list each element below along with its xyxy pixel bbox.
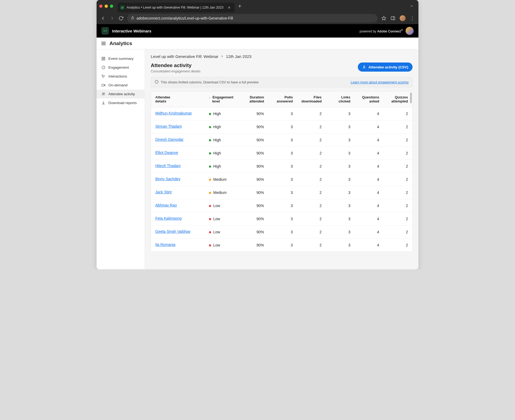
- cell-quizzes: 2: [384, 199, 412, 212]
- cell-polls: 3: [268, 107, 297, 120]
- cell-questions: 4: [355, 199, 383, 212]
- engagement-level: High: [213, 151, 221, 155]
- attendee-table: Attendee details ↓ Engagement level Dura…: [151, 91, 413, 252]
- panel-icon[interactable]: [391, 16, 395, 21]
- powered-by: powered by Adobe Connect®: [360, 27, 414, 35]
- col-links[interactable]: Links clicked: [326, 91, 355, 107]
- engagement-dot-icon: [209, 113, 211, 115]
- more-menu-icon[interactable]: ⋮: [410, 15, 415, 21]
- favicon: [120, 5, 124, 10]
- attendee-link[interactable]: Dinesh Damodar: [155, 137, 183, 142]
- sidebar-item-attendee-activity[interactable]: Attendee activity: [97, 90, 145, 98]
- attendee-link[interactable]: Elliot Dwanye: [155, 150, 178, 155]
- address-bar[interactable]: adobeconnect.com/analytics/Level-up-with…: [127, 14, 378, 23]
- download-icon: [362, 65, 366, 69]
- reload-button[interactable]: [119, 16, 123, 21]
- engagement-level: Low: [213, 204, 220, 208]
- engagement-level: High: [213, 125, 221, 129]
- section-title: Attendee activity: [151, 62, 201, 68]
- cell-quizzes: 2: [384, 160, 412, 173]
- cell-duration: 90%: [240, 239, 268, 252]
- lock-icon: [131, 16, 134, 20]
- attendee-link[interactable]: Abhinav Rao: [155, 203, 177, 207]
- cell-files: 2: [297, 239, 326, 252]
- table-row: Binny SachdevMedium90%32342: [151, 173, 412, 186]
- svg-rect-4: [102, 57, 103, 58]
- cell-quizzes: 2: [384, 226, 412, 239]
- table-row: Elliot DwanyeHigh90%32342: [151, 147, 412, 160]
- attendee-link[interactable]: Ila Romania: [155, 242, 175, 247]
- cell-polls: 3: [268, 147, 297, 160]
- cell-duration: 90%: [240, 160, 268, 173]
- new-tab-button[interactable]: +: [238, 3, 241, 9]
- attendee-link[interactable]: Geeta Singh Vaibhav: [155, 229, 190, 234]
- engagement-level: Medium: [213, 190, 227, 195]
- sidebar-item-engagement[interactable]: Engagement: [97, 63, 145, 72]
- cell-links: 3: [326, 120, 355, 134]
- sort-desc-icon: ↓: [209, 96, 211, 99]
- attendee-link[interactable]: Binny Sachdev: [155, 177, 180, 181]
- engagement-level: Medium: [213, 177, 227, 182]
- col-polls[interactable]: Polls answered: [268, 91, 297, 107]
- svg-rect-5: [104, 57, 105, 58]
- table-row: Abhinav RaoLow90%32342: [151, 199, 412, 212]
- attendee-link[interactable]: Hitesh Thadani: [155, 164, 181, 168]
- cell-questions: 4: [355, 160, 383, 173]
- window-maximize-button[interactable]: [110, 5, 113, 8]
- scrollbar[interactable]: [410, 93, 412, 103]
- cell-questions: 4: [355, 212, 383, 226]
- attendee-link[interactable]: Midhun Krishnakumar: [155, 111, 192, 115]
- cell-questions: 4: [355, 226, 383, 239]
- tabs-overflow-icon[interactable]: [410, 4, 414, 9]
- col-quizzes[interactable]: Quizzes attempted: [384, 91, 412, 107]
- profile-avatar[interactable]: [400, 15, 406, 21]
- attendee-link[interactable]: Jack Stint: [155, 190, 172, 194]
- cell-files: 2: [297, 173, 326, 186]
- download-icon: [101, 101, 106, 105]
- cell-questions: 4: [355, 107, 383, 120]
- close-tab-icon[interactable]: ✕: [228, 6, 231, 10]
- learn-more-link[interactable]: Learn more about engagement scoring: [351, 80, 409, 84]
- menu-toggle-icon[interactable]: [101, 42, 106, 45]
- col-attendee[interactable]: Attendee details: [151, 91, 205, 107]
- attendee-link[interactable]: Feta Kalimpong: [155, 216, 182, 220]
- video-icon: [101, 83, 106, 87]
- cell-duration: 90%: [240, 147, 268, 160]
- svg-point-11: [102, 93, 104, 94]
- col-engagement[interactable]: ↓ Engagement level: [205, 91, 240, 107]
- cell-polls: 3: [268, 199, 297, 212]
- breadcrumb-date: 12th Jan 2023: [226, 54, 251, 59]
- sidebar-item-event-summary[interactable]: Event summary: [97, 54, 145, 63]
- cell-duration: 90%: [240, 107, 268, 120]
- window-minimize-button[interactable]: [105, 5, 108, 8]
- svg-marker-10: [104, 84, 105, 86]
- col-duration[interactable]: Duration attended: [240, 91, 268, 107]
- bookmark-icon[interactable]: [381, 16, 386, 21]
- breadcrumb-event[interactable]: Level up with Generative Fill: Webinar: [151, 54, 218, 59]
- cell-files: 2: [297, 199, 326, 212]
- cell-links: 3: [326, 186, 355, 199]
- back-button[interactable]: [100, 16, 106, 21]
- engagement-dot-icon: [209, 126, 211, 128]
- engagement-dot-icon: [209, 205, 211, 207]
- attendee-link[interactable]: Simran Thadani: [155, 124, 182, 128]
- sidebar-item-interactions[interactable]: Interactions: [97, 72, 145, 81]
- col-questions[interactable]: Questions asked: [355, 91, 383, 107]
- engagement-dot-icon: [209, 152, 211, 154]
- browser-tab[interactable]: Analytics • Level up with Generative Fil…: [117, 3, 234, 12]
- col-files[interactable]: Files downloaded: [297, 91, 326, 107]
- info-icon: [155, 80, 159, 84]
- forward-button[interactable]: [109, 16, 115, 21]
- engagement-level: Low: [213, 230, 220, 234]
- info-text: This shows limited columns. Download CSV…: [161, 80, 259, 84]
- cell-polls: 3: [268, 212, 297, 226]
- window-close-button[interactable]: [99, 5, 102, 8]
- cell-files: 2: [297, 134, 326, 147]
- export-csv-button[interactable]: Attendee activity (CSV): [358, 62, 413, 72]
- cell-files: 2: [297, 107, 326, 120]
- cell-duration: 90%: [240, 226, 268, 239]
- sidebar-item-download-reports[interactable]: Download reports: [97, 98, 145, 107]
- sidebar-item-on-demand[interactable]: On-demand: [97, 81, 145, 90]
- user-avatar[interactable]: [406, 27, 414, 35]
- table-row: Dinesh DamodarHigh90%32342: [151, 134, 412, 147]
